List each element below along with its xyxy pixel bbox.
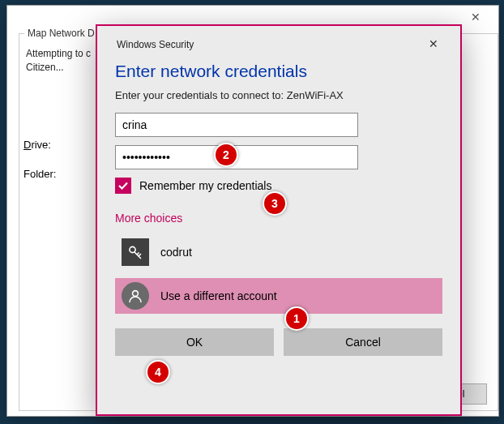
callout-1: 1 [284,306,309,331]
callout-2: 2 [214,143,238,167]
connecting-line-1: Attempting to c [26,48,91,59]
folder-label: Folder: [23,168,56,180]
close-icon[interactable]: ✕ [426,37,441,52]
checkbox-checked-icon[interactable] [115,178,131,194]
connecting-line-2: Citizen... [26,62,64,73]
ok-button[interactable]: OK [115,328,274,356]
security-titlebar: Windows Security ✕ [115,37,442,57]
dialog-buttons: OK Cancel [115,328,442,356]
security-heading: Enter network credentials [115,62,442,81]
person-icon [122,282,149,310]
window-close-icon[interactable]: ✕ [458,7,493,27]
key-icon [122,238,149,266]
callout-3: 3 [263,191,287,216]
security-dialog: Windows Security ✕ Enter network credent… [96,24,462,416]
map-panel-title: Map Network D [24,28,98,39]
cancel-button[interactable]: Cancel [284,328,442,356]
remember-label: Remember my credentials [139,179,271,192]
callout-4: 4 [146,360,170,384]
svg-point-0 [130,246,135,252]
security-title: Windows Security [117,39,194,50]
account-label: Use a different account [160,289,277,302]
username-input[interactable] [115,113,358,137]
svg-point-1 [133,291,139,297]
account-option-different[interactable]: Use a different account [115,278,442,314]
account-label: codrut [160,246,192,259]
security-prompt: Enter your credentials to connect to: Ze… [115,89,442,101]
drive-label: Drive: [23,139,51,151]
account-option-codrut[interactable]: codrut [115,234,442,270]
